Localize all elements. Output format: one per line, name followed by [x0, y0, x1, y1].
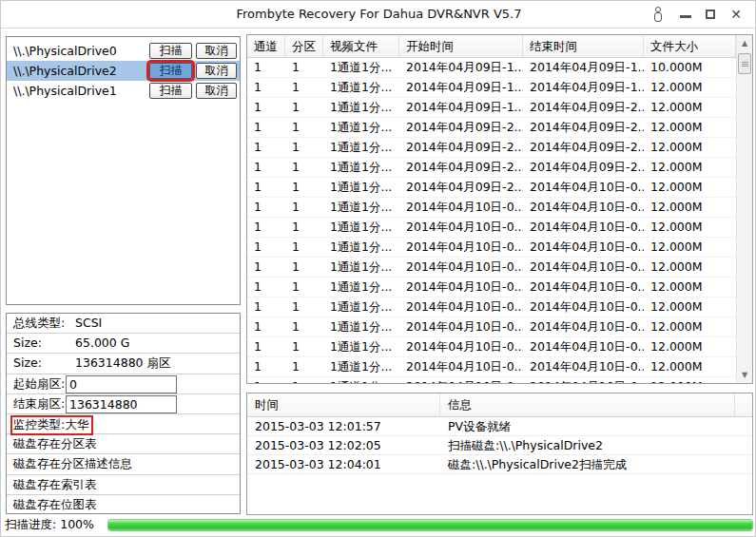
table-row[interactable]: 111通道1分...2014年04月10日-0...2014年04月10日-0.… [247, 317, 736, 337]
table-cell: 1通道1分... [323, 238, 399, 257]
drive-row[interactable]: \\.\PhysicalDrive1扫描取消 [7, 81, 240, 101]
table-cell: 2014年04月10日-0... [523, 357, 644, 376]
info-value: 65.000 G [75, 334, 129, 353]
drive-row[interactable]: \\.\PhysicalDrive0扫描取消 [7, 41, 240, 61]
table-cell: 1 [285, 377, 323, 383]
table-row[interactable]: 111通道1分...2014年04月09日-2...2014年04月09日-2.… [247, 158, 736, 178]
scan-button-highlighted[interactable]: 扫描 [149, 63, 192, 79]
table-row[interactable]: 111通道1分...2014年04月10日-0...2014年04月10日-0.… [247, 297, 736, 317]
cancel-button[interactable]: 取消 [196, 43, 237, 59]
disk-info-row: 磁盘存在位图表 [7, 495, 240, 514]
table-row[interactable]: 111通道1分...2014年04月10日-0...2014年04月10日-0.… [247, 258, 736, 278]
table-row[interactable]: 111通道1分...2014年04月09日-2...2014年04月09日-2.… [247, 118, 736, 138]
table-cell: 1 [247, 258, 285, 277]
end-sector-input[interactable] [66, 395, 177, 413]
disk-flag-label: 磁盘存在分区表 [13, 434, 97, 453]
table-cell: 12.000M [644, 98, 736, 117]
table-cell: 12.000M [644, 118, 736, 137]
maximize-button[interactable] [700, 1, 723, 28]
scan-button[interactable]: 扫描 [149, 83, 192, 99]
table-cell: 1 [247, 78, 285, 97]
table-cell: 2014年04月10日-0... [399, 278, 523, 297]
table-cell: 1 [285, 317, 323, 336]
table-cell: 10.000M [644, 58, 736, 77]
table-cell: 1 [247, 238, 285, 257]
log-cell: 扫描磁盘:\\.\PhysicalDrive2 [440, 436, 735, 454]
table-cell: 12.000M [644, 238, 736, 257]
monitor-type-label: 监控类型:大华 [13, 414, 93, 435]
table-cell: 2014年04月09日-2... [399, 118, 523, 137]
table-cell: 2014年04月10日-0... [523, 178, 644, 197]
table-row[interactable]: 111通道1分...2014年04月10日-0...2014年04月10日-0.… [247, 357, 736, 377]
scan-progress-label: 扫描进度: 100% [5, 517, 94, 533]
table-cell: 1 [247, 58, 285, 77]
table-cell: 2014年04月09日-1... [399, 98, 523, 117]
disk-info-row: Size:65.000 G [7, 334, 240, 354]
table-cell: 12.000M [644, 278, 736, 297]
table-cell: 1 [247, 118, 285, 137]
disk-flag-label: 磁盘存在位图表 [13, 495, 97, 514]
table-row[interactable]: 111通道1分...2014年04月10日-0...2014年04月10日-0.… [247, 238, 736, 258]
table-cell: 2014年04月10日-0... [399, 238, 523, 257]
close-button[interactable]: ✕ [725, 1, 747, 28]
table-cell: 1通道1分... [323, 218, 399, 237]
table-cell: 2014年04月09日-2... [523, 98, 644, 117]
log-column-header[interactable]: 信息 [440, 393, 735, 416]
table-row[interactable]: 111通道1分...2014年04月09日-1...2014年04月09日-1.… [247, 78, 736, 98]
disk-info-row: 结束扇区: [7, 394, 240, 414]
log-column-header[interactable]: 时间 [247, 393, 440, 416]
table-cell: 2014年04月09日-2... [399, 178, 523, 197]
minimize-button[interactable] [675, 1, 698, 28]
table-cell: 1 [247, 158, 285, 177]
scan-button[interactable]: 扫描 [149, 43, 192, 59]
table-cell: 1 [247, 98, 285, 117]
info-label: 总线类型: [13, 314, 65, 333]
log-row[interactable]: 2015-03-03 12:01:57PV设备就绪 [247, 417, 752, 436]
table-cell: 1 [285, 138, 323, 157]
column-header[interactable]: 文件大小 [644, 35, 736, 57]
table-row[interactable]: 111通道1分...2014年04月10日-0...2014年04月10日-0.… [247, 218, 736, 238]
table-cell: 12.000M [644, 178, 736, 197]
table-row[interactable]: 111通道1分...2014年04月09日-2...2014年04月09日-2.… [247, 138, 736, 158]
scroll-down-icon[interactable]: ▼ [737, 367, 752, 383]
table-cell: 1 [285, 158, 323, 177]
scrollbar-thumb[interactable] [738, 53, 751, 74]
table-cell: 2014年04月10日-0... [399, 218, 523, 237]
table-row[interactable]: 111通道1分...2014年04月10日-0...2014年04月10日-0.… [247, 377, 736, 383]
cancel-button[interactable]: 取消 [196, 83, 237, 99]
table-cell: 2014年04月10日-0... [523, 258, 644, 277]
table-row[interactable]: 111通道1分...2014年04月10日-0...2014年04月10日-0.… [247, 337, 736, 357]
vertical-scrollbar[interactable]: ▲ ▼ [736, 35, 752, 383]
log-cell: 2015-03-03 12:04:01 [247, 455, 440, 473]
table-cell: 2014年04月09日-2... [399, 158, 523, 177]
drive-name: \\.\PhysicalDrive1 [7, 84, 117, 98]
table-row[interactable]: 111通道1分...2014年04月10日-0...2014年04月10日-0.… [247, 278, 736, 297]
table-row[interactable]: 111通道1分...2014年04月09日-1...2014年04月09日-1.… [247, 58, 736, 78]
table-cell: 1 [247, 178, 285, 197]
table-cell: 1 [285, 357, 323, 376]
table-row[interactable]: 111通道1分...2014年04月09日-2...2014年04月10日-0.… [247, 178, 736, 198]
column-header[interactable]: 结束时间 [523, 35, 644, 57]
column-header[interactable]: 通道 [247, 35, 285, 57]
person-icon [647, 1, 669, 28]
log-row[interactable]: 2015-03-03 12:02:05扫描磁盘:\\.\PhysicalDriv… [247, 436, 752, 455]
table-cell: 2014年04月10日-0... [399, 198, 523, 217]
table-cell: 1 [247, 198, 285, 217]
start-sector-input[interactable] [66, 375, 177, 393]
app-window: Frombyte Recovery For Dahua DVR&NVR V5.7… [0, 0, 756, 537]
column-header[interactable]: 分区 [285, 35, 323, 57]
log-row[interactable]: 2015-03-03 12:04:01磁盘:\\.\PhysicalDrive2… [247, 455, 752, 474]
title-bar: Frombyte Recovery For Dahua DVR&NVR V5.7… [1, 1, 756, 29]
table-row[interactable]: 111通道1分...2014年04月10日-0...2014年04月10日-0.… [247, 198, 736, 218]
table-cell: 1通道1分... [323, 178, 399, 197]
drive-row[interactable]: \\.\PhysicalDrive2扫描取消 [7, 61, 240, 81]
cancel-button[interactable]: 取消 [196, 63, 237, 79]
table-cell: 1通道1分... [323, 98, 399, 117]
table-cell: 1 [247, 377, 285, 383]
column-header[interactable]: 视频文件 [323, 35, 399, 57]
column-header[interactable]: 开始时间 [399, 35, 523, 57]
scroll-up-icon[interactable]: ▲ [737, 35, 752, 51]
log-cell: 磁盘:\\.\PhysicalDrive2扫描完成 [440, 455, 735, 473]
table-row[interactable]: 111通道1分...2014年04月09日-1...2014年04月09日-2.… [247, 98, 736, 118]
table-cell: 12.000M [644, 218, 736, 237]
